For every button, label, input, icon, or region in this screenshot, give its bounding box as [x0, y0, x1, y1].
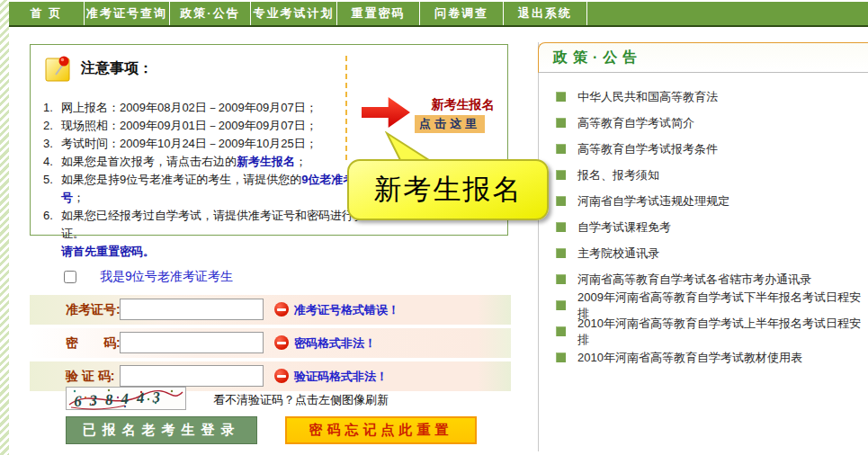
dashed-divider [345, 56, 347, 160]
sidebar-header: 政策·公告 [538, 42, 868, 73]
policy-sidebar: 政策·公告 中华人民共和国高等教育法 高等教育自学考试简介 高等教育自学考试报考… [538, 42, 868, 451]
forgot-password-reset-button[interactable]: 密码忘记点此重置 [285, 416, 477, 444]
left-stripe-decoration [0, 0, 9, 455]
registered-student-login-button[interactable]: 已报名老考生登录 [66, 416, 257, 444]
captcha-error: 验证码格式非法！ [294, 369, 388, 385]
sidebar-item-exam-requirements[interactable]: 高等教育自学考试报考条件 [539, 136, 868, 162]
square-bullet-icon [556, 352, 566, 362]
nav-home[interactable]: 首 页 [9, 2, 85, 25]
square-bullet-icon [556, 144, 566, 154]
notice-item-6-line2: 请首先重置密码。 [61, 243, 372, 261]
notice-item-2: 2. 现场照相：2009年09月01日－2009年09月07日； [43, 117, 372, 135]
sidebar-item-college-directory[interactable]: 主考院校通讯录 [539, 240, 868, 266]
pushpin-note-icon [45, 55, 72, 82]
notice-item-3: 3. 考试时间：2009年10月24日－2009年10月25日； [43, 135, 372, 153]
ticket-number-label: 准考证号: [66, 302, 121, 318]
error-icon [274, 302, 289, 317]
page: 首 页 准考证号查询 政策·公告 专业考试计划 重置密码 问卷调查 退出系统 注… [0, 0, 868, 455]
nav-ticket-query[interactable]: 准考证号查询 [85, 2, 170, 25]
sidebar-item-violation-rules[interactable]: 河南省自学考试违规处理规定 [539, 188, 868, 214]
sidebar-item-registration-notes[interactable]: 报名、报考须知 [539, 162, 868, 188]
sidebar-item-exam-intro[interactable]: 高等教育自学考试简介 [539, 110, 868, 136]
sidebar-item-education-law[interactable]: 中华人民共和国高等教育法 [539, 84, 868, 110]
old-ticket-checkbox-label: 我是9位号老准考证考生 [100, 269, 233, 285]
callout-text: 新考生报名 [374, 171, 523, 209]
password-error: 密码格式非法！ [294, 335, 376, 352]
ticket-number-input[interactable] [120, 299, 264, 320]
notice-item-1: 1. 网上报名：2009年08月02日－2009年09月07日； [43, 99, 372, 117]
nav-reset-password[interactable]: 重置密码 [337, 2, 420, 25]
notice-item-5: 5. 如果您是持9位号老准考证的考生，请提供您的9位老准考证号； [43, 171, 372, 207]
sidebar-title: 政策·公告 [553, 49, 642, 67]
square-bullet-icon [556, 118, 566, 128]
square-bullet-icon [556, 274, 566, 284]
notice-list: 1. 网上报名：2009年08月02日－2009年09月07日； 2. 现场照相… [43, 99, 372, 261]
sidebar-list: 中华人民共和国高等教育法 高等教育自学考试简介 高等教育自学考试报考条件 报名、… [539, 84, 868, 370]
old-ticket-checkbox-row: 我是9位号老准考证考生 [64, 269, 233, 285]
square-bullet-icon [556, 196, 566, 206]
captcha-input[interactable] [120, 365, 264, 387]
top-nav: 首 页 准考证号查询 政策·公告 专业考试计划 重置密码 问卷调查 退出系统 [9, 2, 868, 27]
password-input[interactable] [120, 332, 264, 353]
captcha-image[interactable]: 638443 [66, 387, 186, 410]
nav-exam-plan[interactable]: 专业考试计划 [251, 2, 337, 25]
captcha-label: 验 证 码: [66, 369, 114, 385]
square-bullet-icon [556, 326, 566, 336]
password-row: 密 码: 密码格式非法！ [30, 328, 511, 358]
notice-title: 注意事项： [81, 59, 153, 78]
password-label: 密 码: [66, 335, 121, 352]
square-bullet-icon [556, 248, 566, 258]
sidebar-item-course-exemption[interactable]: 自学考试课程免考 [539, 214, 868, 240]
sidebar-item-2010-schedule[interactable]: 2010年河南省高等教育自学考试上半年报名考试日程安排 [539, 318, 868, 344]
sidebar-item-2010-textbooks[interactable]: 2010年河南省高等教育自学考试教材使用表 [539, 344, 868, 370]
click-here-button[interactable]: 点击这里 [415, 115, 485, 133]
square-bullet-icon [556, 300, 566, 310]
nav-policy-notice[interactable]: 政策·公告 [170, 2, 251, 25]
ticket-number-error: 准考证号格式错误！ [294, 302, 399, 318]
error-icon [274, 369, 289, 383]
square-bullet-icon [556, 170, 566, 180]
square-bullet-icon [556, 222, 566, 232]
new-student-callout[interactable]: 新考生报名 [347, 159, 549, 220]
error-icon [274, 335, 289, 350]
new-student-signup-link[interactable]: 新考生报名 [416, 97, 510, 113]
nav-logout[interactable]: 退出系统 [504, 2, 587, 25]
square-bullet-icon [556, 92, 566, 102]
captcha-refresh-hint[interactable]: 看不清验证码？点击左侧图像刷新 [213, 392, 389, 408]
notice-item-6: 6. 如果您已经报考过自学考试，请提供准考证号和密码进行验证。 [43, 207, 372, 243]
callout-tail [376, 131, 439, 162]
nav-survey[interactable]: 问卷调查 [420, 2, 504, 25]
old-ticket-checkbox[interactable] [64, 271, 76, 283]
notice-item-4: 4. 如果您是首次报考，请点击右边的新考生报名； [43, 153, 372, 171]
ticket-number-row: 准考证号: 准考证号格式错误！ [30, 295, 511, 325]
